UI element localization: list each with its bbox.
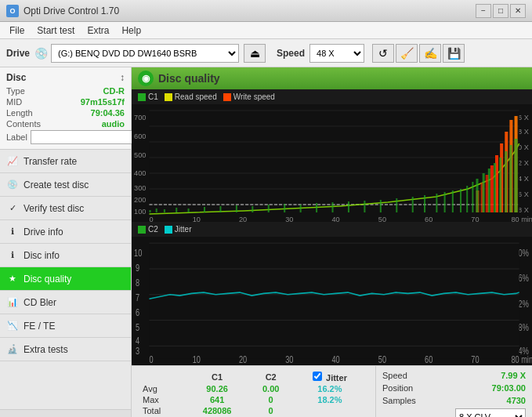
svg-rect-62 (499, 158, 501, 212)
main-area: Disc ↕ Type CD-R MID 97m15s17f Length 79… (0, 67, 532, 417)
nav-drive-info-label: Drive info (24, 227, 63, 238)
extra-tests-icon: 🔬 (6, 343, 19, 356)
stats-total-label: Total (139, 405, 185, 416)
nav-fe-te[interactable]: 📉 FE / TE (0, 314, 131, 338)
disc-panel-toggle[interactable]: ↕ (120, 72, 125, 83)
stats-position-label: Position (382, 383, 413, 393)
svg-text:0: 0 (149, 216, 153, 222)
svg-rect-39 (236, 205, 237, 212)
c1-chart-legend: C1 Read speed Write speed (132, 89, 532, 104)
write-button[interactable]: ✍ (419, 44, 441, 63)
transfer-rate-icon: 📈 (6, 155, 19, 168)
svg-text:80 min: 80 min (511, 354, 532, 365)
disc-panel-title: Disc (6, 72, 26, 83)
c2-legend-item: C2 (138, 225, 158, 234)
eject-button[interactable]: ⏏ (244, 44, 266, 63)
svg-text:40: 40 (332, 354, 340, 365)
stats-header-c1: C1 (185, 371, 250, 383)
stats-avg-jitter: 16.2% (292, 383, 367, 394)
svg-rect-41 (268, 205, 270, 212)
svg-rect-88 (149, 243, 519, 359)
write-speed-legend-label: Write speed (233, 92, 275, 101)
stats-header-jitter-check: Jitter (292, 371, 367, 383)
nav-extra-tests-label: Extra tests (24, 344, 68, 355)
close-button[interactable]: ✕ (510, 4, 526, 18)
nav-cd-bler[interactable]: 📊 CD Bler (0, 291, 131, 314)
verify-test-disc-icon: ✓ (6, 202, 19, 215)
disc-length-label: Length (6, 108, 33, 118)
svg-text:9: 9 (136, 262, 139, 273)
drive-info-icon: ℹ (6, 226, 19, 238)
stats-table: C1 C2 Jitter Avg 90.26 0.00 (139, 371, 367, 416)
nav-extra-tests[interactable]: 🔬 Extra tests (0, 338, 131, 361)
c1-chart-wrapper: C1 Read speed Write speed 56 X 48 X 40 X… (132, 89, 532, 365)
minimize-button[interactable]: − (476, 4, 491, 18)
menu-start-test[interactable]: Start test (31, 24, 81, 38)
disc-info-icon: ℹ (6, 249, 19, 262)
maximize-button[interactable]: □ (493, 4, 508, 18)
nav-create-test-disc[interactable]: 💿 Create test disc (0, 173, 131, 197)
disc-quality-title: Disc quality (158, 72, 220, 85)
titlebar-controls: − □ ✕ (476, 4, 526, 18)
svg-text:70: 70 (471, 216, 479, 222)
svg-text:80 min: 80 min (511, 216, 532, 222)
nav-verify-test-disc-label: Verify test disc (24, 203, 84, 214)
disc-panel: Disc ↕ Type CD-R MID 97m15s17f Length 79… (0, 67, 131, 150)
stats-avg-c1: 90.26 (185, 383, 250, 394)
stats-speed-mode-select[interactable]: 8 X CLV (455, 408, 526, 417)
stats-samples-row: Samples 4730 (382, 396, 526, 405)
svg-rect-54 (452, 190, 454, 212)
stats-right: Speed 7.99 X Position 79:03.00 Samples 4… (375, 366, 532, 417)
menu-file[interactable]: File (3, 24, 31, 38)
erase-button[interactable]: 🧹 (396, 44, 418, 63)
disc-quality-icon: ★ (6, 273, 19, 285)
stats-total-c1: 428086 (185, 405, 250, 416)
nav-disc-quality-label: Disc quality (24, 274, 71, 285)
disc-contents-value: audio (102, 119, 125, 129)
nav-verify-test-disc[interactable]: ✓ Verify test disc (0, 197, 131, 220)
speed-select[interactable]: 48 X (309, 44, 364, 63)
svg-text:6: 6 (136, 307, 139, 318)
stats-header-c2: C2 (249, 371, 291, 383)
menu-extra[interactable]: Extra (81, 24, 115, 38)
svg-rect-53 (444, 192, 446, 212)
disc-label-row: Label ⚙ (6, 130, 125, 144)
svg-rect-65 (515, 139, 518, 212)
stats-speed-label: Speed (382, 371, 407, 380)
menu-help[interactable]: Help (115, 24, 147, 38)
stats-total-jitter (292, 405, 367, 416)
stats-max-row: Max 641 0 18.2% (139, 394, 367, 405)
drive-select[interactable]: (G:) BENQ DVD DD DW1640 BSRB (51, 44, 239, 63)
svg-rect-43 (300, 205, 302, 212)
svg-text:20: 20 (239, 216, 247, 222)
svg-rect-36 (188, 208, 190, 212)
nav-transfer-rate[interactable]: 📈 Transfer rate (0, 150, 131, 173)
svg-text:5: 5 (136, 322, 139, 333)
jitter-legend-color (165, 226, 172, 234)
jitter-checkbox[interactable] (313, 372, 322, 381)
svg-rect-40 (252, 206, 253, 212)
refresh-button[interactable]: ↺ (372, 44, 394, 63)
nav-disc-info[interactable]: ℹ Disc info (0, 244, 131, 267)
svg-rect-35 (176, 208, 177, 212)
read-speed-legend-item: Read speed (165, 92, 217, 101)
disc-type-label: Type (6, 86, 25, 96)
svg-rect-47 (364, 201, 365, 212)
stats-total-row: Total 428086 0 (139, 405, 367, 416)
svg-rect-48 (380, 200, 382, 212)
stats-position-value: 79:03.00 (492, 383, 526, 393)
jitter-legend-label: Jitter (175, 225, 192, 234)
save-button[interactable]: 💾 (443, 44, 465, 63)
nav-disc-quality[interactable]: ★ Disc quality (0, 267, 131, 291)
nav-drive-info[interactable]: ℹ Drive info (0, 220, 131, 244)
svg-rect-50 (412, 197, 414, 212)
disc-label-input[interactable] (31, 130, 143, 144)
drive-select-container: 💿 (G:) BENQ DVD DD DW1640 BSRB (34, 44, 239, 63)
content-area: ◉ Disc quality C1 Read speed Write speed (132, 67, 532, 417)
svg-rect-59 (483, 173, 485, 212)
status-window-button[interactable]: Status window > > (0, 409, 131, 417)
svg-rect-52 (436, 194, 437, 212)
svg-rect-37 (204, 207, 205, 212)
svg-text:8%: 8% (519, 322, 530, 333)
stats-max-c1: 641 (185, 394, 250, 405)
